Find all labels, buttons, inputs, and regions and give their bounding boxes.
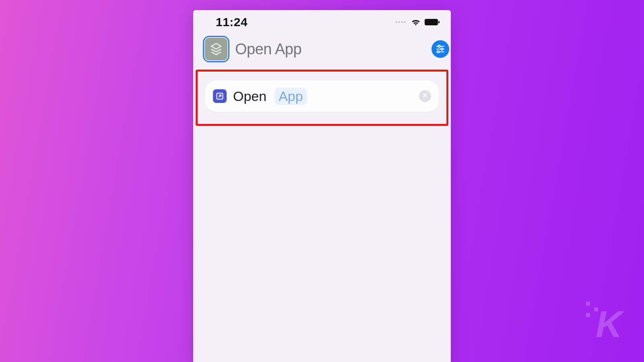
svg-point-3 (438, 45, 440, 47)
svg-rect-13 (586, 302, 590, 306)
status-bar: 11:24 (193, 10, 451, 32)
status-time: 11:24 (216, 15, 248, 29)
battery-icon (424, 18, 440, 26)
action-verb: Open (233, 88, 266, 104)
svg-rect-15 (586, 313, 590, 317)
svg-text:K: K (596, 304, 625, 344)
shortcut-title-input[interactable] (235, 41, 426, 58)
highlight-annotation: Open App (196, 70, 448, 126)
clear-action-button[interactable] (419, 90, 431, 102)
open-app-action-card[interactable]: Open App (205, 80, 439, 112)
wifi-icon (411, 18, 421, 26)
watermark-logo: K (584, 300, 632, 346)
action-app-parameter[interactable]: App (275, 88, 307, 105)
status-icons (396, 18, 440, 26)
open-app-action-icon (213, 89, 227, 103)
close-icon (422, 93, 428, 100)
shortcut-header (193, 32, 451, 68)
phone-frame: 11:24 (193, 10, 451, 362)
settings-button[interactable] (431, 40, 449, 58)
shortcut-app-icon[interactable] (203, 36, 229, 62)
svg-point-7 (437, 51, 439, 53)
sliders-icon (436, 43, 445, 55)
svg-point-5 (441, 48, 443, 50)
svg-rect-0 (425, 19, 438, 25)
cellular-dots-icon (396, 21, 406, 23)
svg-rect-1 (438, 21, 440, 23)
